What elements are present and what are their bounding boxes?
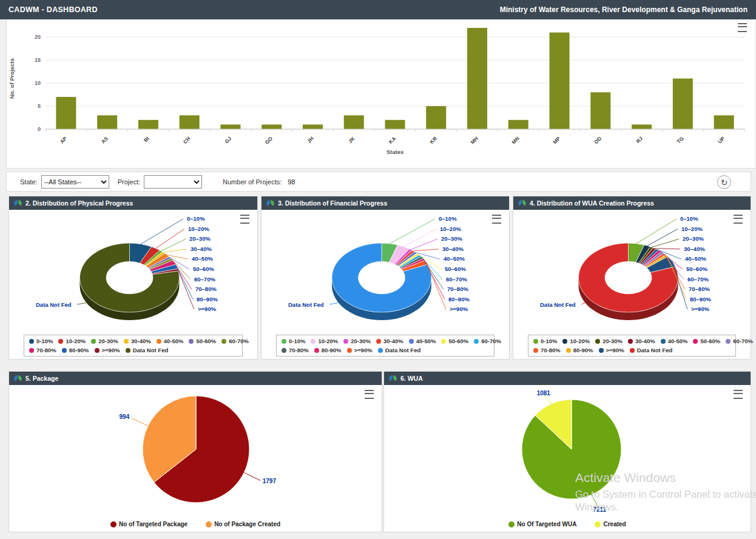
legend-item-30-40%[interactable]: 30-40% bbox=[376, 336, 403, 346]
legend-item-0-10%[interactable]: 0-10% bbox=[533, 336, 557, 346]
bar-KA[interactable] bbox=[385, 120, 405, 129]
legend-item-40-50%[interactable]: 40-50% bbox=[157, 336, 184, 346]
refresh-icon[interactable]: ↻ bbox=[717, 175, 731, 189]
legend-dot bbox=[376, 339, 381, 344]
financial-progress-donut: 0–10%10–20%20–30%30–40%40–50%50–60%60–70… bbox=[262, 210, 509, 333]
legend-item-60-70%[interactable]: 60-70% bbox=[474, 336, 501, 346]
legend-item-Data Not Fed[interactable]: Data Not Fed bbox=[126, 346, 169, 355]
filter-bar: State: --All States-- Project: Number of… bbox=[6, 172, 751, 192]
bar-RJ[interactable] bbox=[632, 124, 652, 129]
bar-OD[interactable] bbox=[590, 92, 610, 129]
legend-row: 0-10%10-20%20-30%30-40%40-50%50-60%60-70… bbox=[282, 336, 489, 346]
legend-item-No of Package Created[interactable]: No of Package Created bbox=[206, 521, 280, 527]
bar-AP[interactable] bbox=[56, 97, 76, 129]
state-select[interactable]: --All States-- bbox=[41, 175, 109, 189]
legend-item-50-60%[interactable]: 50-60% bbox=[189, 336, 216, 346]
legend-item-20-30%[interactable]: 20-30% bbox=[343, 336, 371, 346]
legend-item-Created[interactable]: Created bbox=[595, 521, 626, 527]
projects-by-state-bar-chart: 05101520APASBICHGJGOJHJKKAKRMHMNMPODRJTG… bbox=[7, 19, 755, 166]
state-label: State: bbox=[20, 178, 38, 186]
legend-label: 30-40% bbox=[635, 336, 655, 346]
legend-item-20-30%[interactable]: 20-30% bbox=[595, 336, 623, 346]
legend-item-10-20%[interactable]: 10-20% bbox=[562, 336, 590, 346]
donut-callout-label: 70–80% bbox=[689, 286, 710, 292]
donut-callout-label: >=90% bbox=[691, 306, 710, 312]
legend-item-Data Not Fed[interactable]: Data Not Fed bbox=[378, 346, 421, 355]
hamburger-icon[interactable] bbox=[734, 215, 743, 224]
legend-item-70-80%[interactable]: 70-80% bbox=[533, 346, 561, 355]
bar-JH[interactable] bbox=[303, 124, 323, 129]
legend-item-0-10%[interactable]: 0-10% bbox=[29, 336, 53, 346]
legend-label: 20-30% bbox=[602, 336, 623, 346]
legend-item->=90%[interactable]: >=90% bbox=[347, 346, 373, 355]
legend-item-80-90%[interactable]: 80-90% bbox=[566, 346, 593, 355]
donut-callout-label: >=90% bbox=[198, 306, 217, 312]
legend-item-40-50%[interactable]: 40-50% bbox=[661, 336, 688, 346]
panel-header: 4. Distribution of WUA Creation Progress bbox=[513, 196, 751, 210]
legend-item-70-80%[interactable]: 70-80% bbox=[29, 346, 56, 355]
legend-dot bbox=[189, 339, 194, 344]
legend-item-50-60%[interactable]: 50-60% bbox=[693, 336, 720, 346]
bar-TG[interactable] bbox=[673, 79, 693, 130]
legend-label: 10-20% bbox=[318, 336, 338, 346]
legend-item-20-30%[interactable]: 20-30% bbox=[91, 336, 118, 346]
legend-item-Data Not Fed[interactable]: Data Not Fed bbox=[630, 346, 673, 355]
donut-callout-label: 50–60% bbox=[193, 266, 214, 272]
legend-item-0-10%[interactable]: 0-10% bbox=[282, 336, 305, 346]
svg-text:AS: AS bbox=[100, 135, 110, 145]
legend-item-30-40%[interactable]: 30-40% bbox=[124, 336, 151, 346]
bar-AS[interactable] bbox=[97, 115, 117, 129]
legend-item-70-80%[interactable]: 70-80% bbox=[282, 346, 309, 355]
donut-callout-label: 60–70% bbox=[687, 276, 709, 283]
legend-item-80-90%[interactable]: 80-90% bbox=[314, 346, 342, 355]
legend-item->=90%[interactable]: >=90% bbox=[95, 346, 120, 355]
legend-dot bbox=[595, 521, 601, 527]
hamburger-icon[interactable] bbox=[734, 390, 743, 399]
bar-GO[interactable] bbox=[262, 124, 282, 129]
legend-item->=90%[interactable]: >=90% bbox=[599, 346, 624, 355]
bar-JK[interactable] bbox=[344, 115, 364, 129]
legend-item-No Of Targeted WUA[interactable]: No Of Targeted WUA bbox=[508, 521, 576, 527]
donut-callout-label: 60–70% bbox=[446, 276, 467, 283]
bar-UP[interactable] bbox=[714, 115, 734, 129]
donut-callout-label: 30–40% bbox=[191, 246, 212, 252]
bar-KR[interactable] bbox=[426, 106, 446, 129]
hamburger-icon[interactable] bbox=[492, 215, 501, 224]
pie-chart-logo-icon bbox=[14, 375, 22, 383]
legend-dot bbox=[533, 339, 538, 344]
legend-label: 50-60% bbox=[196, 336, 216, 346]
hamburger-icon[interactable] bbox=[365, 390, 374, 399]
svg-text:15: 15 bbox=[35, 57, 41, 63]
bar-MN[interactable] bbox=[508, 120, 528, 129]
project-select[interactable] bbox=[144, 175, 202, 189]
legend-item-10-20%[interactable]: 10-20% bbox=[311, 336, 338, 346]
legend-item-No of Targeted Package[interactable]: No of Targeted Package bbox=[110, 521, 187, 527]
svg-text:KR: KR bbox=[428, 135, 438, 145]
svg-text:No. of Projects: No. of Projects bbox=[8, 58, 15, 99]
donut-callout-label: Data Not Fed bbox=[36, 301, 72, 308]
bar-CH[interactable] bbox=[180, 115, 200, 129]
bar-GJ[interactable] bbox=[220, 124, 240, 129]
bar-BI[interactable] bbox=[138, 120, 158, 129]
legend-label: No Of Targeted WUA bbox=[517, 521, 576, 527]
donut-callout-label: 20–30% bbox=[441, 235, 462, 242]
bar-MP[interactable] bbox=[550, 33, 570, 129]
wua-creation-progress-panel: 4. Distribution of WUA Creation Progress… bbox=[513, 196, 751, 360]
svg-text:MN: MN bbox=[510, 135, 520, 145]
legend-item-30-40%[interactable]: 30-40% bbox=[628, 336, 655, 346]
svg-text:JH: JH bbox=[306, 135, 315, 144]
legend-item-80-90%[interactable]: 80-90% bbox=[62, 346, 89, 355]
hamburger-icon[interactable] bbox=[738, 23, 747, 32]
legend-item-60-70%[interactable]: 60-70% bbox=[221, 336, 249, 346]
legend-label: 30-40% bbox=[383, 336, 403, 346]
legend-item-10-20%[interactable]: 10-20% bbox=[58, 336, 86, 346]
legend-item-40-50%[interactable]: 40-50% bbox=[409, 336, 436, 346]
legend-label: 20-30% bbox=[98, 336, 118, 346]
bar-MH[interactable] bbox=[467, 28, 487, 129]
hamburger-icon[interactable] bbox=[240, 215, 249, 224]
legend-dot bbox=[508, 521, 515, 527]
legend-item-60-70%[interactable]: 60-70% bbox=[726, 336, 753, 346]
legend-label: 70-80% bbox=[36, 346, 56, 355]
legend-label: 40-50% bbox=[164, 336, 184, 346]
legend-item-50-60%[interactable]: 50-60% bbox=[441, 336, 468, 346]
